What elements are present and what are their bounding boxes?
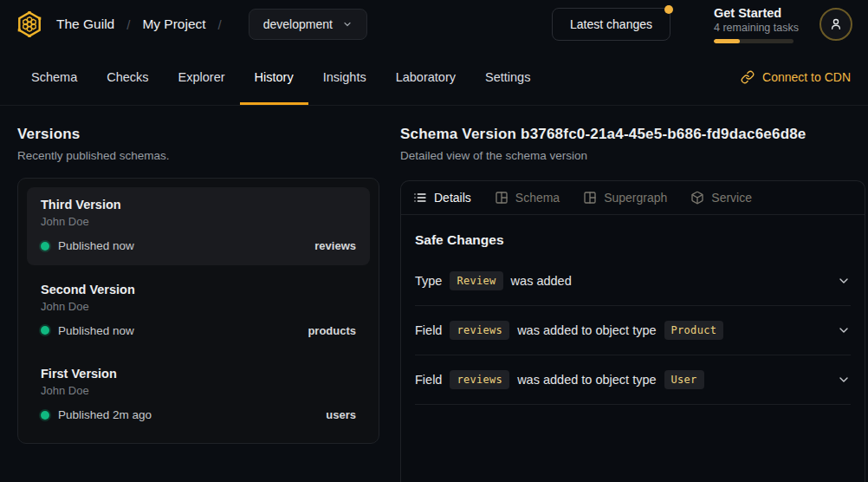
app-root: The Guild / My Project / development Lat…	[0, 0, 868, 482]
connect-cdn-label: Connect to CDN	[762, 70, 851, 84]
detail-tab-service[interactable]: Service	[690, 191, 752, 205]
main-nav: Schema Checks Explorer History Insights …	[0, 49, 868, 106]
version-service-tag: reviews	[314, 239, 356, 252]
chevron-down-icon	[837, 323, 851, 337]
version-name: Second Version	[41, 283, 356, 296]
version-author: John Doe	[41, 384, 356, 397]
detail-tab-label: Supergraph	[604, 191, 667, 205]
detail-tab-label: Service	[711, 191, 752, 205]
change-prefix: Field	[415, 373, 442, 387]
breadcrumb-project[interactable]: My Project	[142, 16, 205, 32]
detail-body: Safe Changes Type Review was added	[401, 232, 865, 405]
tab-explorer[interactable]: Explorer	[164, 49, 240, 105]
connect-cdn-link[interactable]: Connect to CDN	[741, 49, 851, 105]
version-status: Published now	[41, 324, 134, 337]
user-icon	[828, 16, 844, 32]
published-status-dot	[41, 326, 49, 335]
versions-list: Third Version John Doe Published now rev…	[17, 178, 379, 444]
tab-history[interactable]: History	[240, 49, 308, 105]
version-name: Third Version	[41, 198, 356, 212]
tab-schema[interactable]: Schema	[16, 49, 92, 105]
content-area: Versions Recently published schemas. Thi…	[0, 106, 868, 482]
top-header: The Guild / My Project / development Lat…	[0, 0, 868, 49]
schema-version-title: Schema Version b3768fc0-21a4-45e5-b686-f…	[400, 126, 865, 143]
get-started-progress-fill	[714, 39, 740, 43]
versions-panel: Versions Recently published schemas. Thi…	[0, 106, 379, 482]
version-status: Published 2m ago	[41, 408, 152, 421]
breadcrumb-separator: /	[126, 17, 130, 32]
change-row-field-product[interactable]: Field reviews was added to object type P…	[415, 306, 851, 355]
latest-changes-button[interactable]: Latest changes	[552, 8, 670, 41]
code-badge: Product	[664, 321, 724, 340]
version-status: Published now	[41, 239, 134, 252]
notification-dot	[664, 5, 673, 14]
version-item-second[interactable]: Second Version John Doe Published now pr…	[27, 272, 370, 350]
get-started-progressbar	[714, 39, 794, 43]
tab-insights[interactable]: Insights	[308, 49, 381, 105]
environment-select[interactable]: development	[249, 9, 367, 40]
schema-version-detail-card: Details Schema	[400, 180, 865, 482]
changes-list: Type Review was added Field	[415, 257, 851, 405]
detail-tabs: Details Schema	[401, 181, 865, 215]
version-meta: Published 2m ago users	[41, 408, 356, 421]
get-started-title: Get Started	[714, 6, 794, 20]
version-author: John Doe	[41, 300, 356, 313]
version-item-first[interactable]: First Version John Doe Published 2m ago …	[27, 356, 370, 434]
version-item-third[interactable]: Third Version John Doe Published now rev…	[27, 187, 370, 265]
tab-settings[interactable]: Settings	[470, 49, 545, 105]
version-status-text: Published now	[58, 324, 134, 337]
breadcrumb-separator: /	[218, 17, 222, 32]
schema-version-panel: Schema Version b3768fc0-21a4-45e5-b686-f…	[400, 106, 865, 482]
change-text: Field reviews was added to object type U…	[415, 370, 704, 389]
version-service-tag: users	[326, 408, 356, 421]
get-started-widget[interactable]: Get Started 4 remaining tasks	[714, 6, 794, 43]
code-badge: User	[664, 370, 704, 389]
detail-tab-details[interactable]: Details	[413, 191, 471, 205]
change-row-type-review[interactable]: Type Review was added	[415, 257, 851, 306]
change-middle: was added	[511, 274, 572, 288]
columns-icon	[495, 191, 508, 205]
version-meta: Published now reviews	[41, 239, 356, 252]
code-badge: reviews	[450, 321, 509, 340]
detail-tab-label: Schema	[515, 191, 560, 205]
columns-icon	[583, 191, 597, 205]
version-name: First Version	[41, 367, 356, 381]
versions-title: Versions	[17, 126, 379, 143]
change-middle: was added to object type	[517, 323, 656, 337]
cube-icon	[690, 191, 704, 205]
detail-tab-supergraph[interactable]: Supergraph	[583, 191, 667, 205]
breadcrumb-org[interactable]: The Guild	[56, 16, 114, 32]
latest-changes-label: Latest changes	[570, 17, 652, 31]
change-prefix: Field	[415, 323, 442, 337]
chevron-down-icon	[342, 19, 353, 29]
change-text: Field reviews was added to object type P…	[415, 321, 723, 340]
version-status-text: Published now	[58, 239, 134, 252]
code-badge: Review	[450, 271, 502, 290]
change-middle: was added to object type	[517, 373, 656, 387]
chevron-down-icon	[837, 274, 851, 288]
hive-logo-icon[interactable]	[16, 10, 43, 38]
change-prefix: Type	[415, 274, 442, 288]
detail-tab-schema[interactable]: Schema	[495, 191, 560, 205]
version-service-tag: products	[308, 324, 356, 337]
tab-laboratory[interactable]: Laboratory	[381, 49, 470, 105]
version-author: John Doe	[41, 215, 356, 228]
code-badge: reviews	[450, 370, 509, 389]
published-status-dot	[41, 242, 49, 251]
detail-tab-label: Details	[434, 191, 471, 205]
published-status-dot	[41, 411, 49, 420]
chevron-down-icon	[837, 373, 851, 387]
link-icon	[741, 70, 755, 84]
version-status-text: Published 2m ago	[58, 408, 152, 421]
versions-subtitle: Recently published schemas.	[17, 149, 379, 162]
get-started-subtitle: 4 remaining tasks	[714, 22, 794, 34]
safe-changes-heading: Safe Changes	[415, 232, 851, 248]
change-row-field-user[interactable]: Field reviews was added to object type U…	[415, 355, 851, 405]
schema-version-subtitle: Detailed view of the schema version	[400, 149, 865, 162]
tab-checks[interactable]: Checks	[92, 49, 163, 105]
environment-select-value: development	[263, 17, 333, 31]
list-icon	[413, 191, 427, 205]
version-meta: Published now products	[41, 324, 356, 337]
user-avatar[interactable]	[819, 8, 852, 41]
change-text: Type Review was added	[415, 271, 572, 290]
